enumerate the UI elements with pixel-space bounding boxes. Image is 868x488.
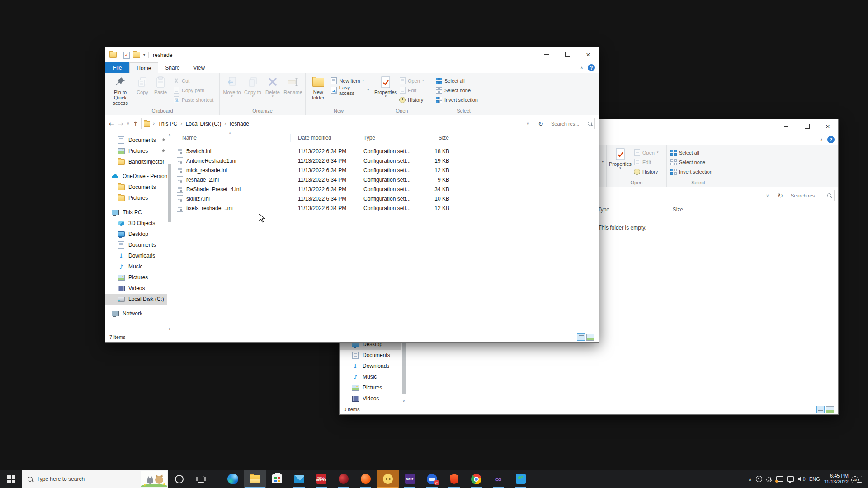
select-all-button[interactable]: Select all — [434, 76, 480, 85]
history-button[interactable]: History — [632, 167, 660, 176]
qat-customize-icon[interactable]: ▾ — [143, 53, 145, 57]
taskbar-app-nzxt[interactable]: NZXT — [399, 470, 421, 488]
recent-pages-icon[interactable]: ∨ — [127, 122, 129, 126]
task-view-button[interactable] — [190, 470, 212, 488]
cortana-button[interactable] — [168, 470, 190, 488]
address-dropdown-icon[interactable]: ∨ — [526, 122, 531, 126]
explorer-window-reshade[interactable]: ✓ ▾ reshade × File Home Share View ∧ ? — [105, 47, 599, 343]
taskbar-app-chrome[interactable] — [465, 470, 487, 488]
capture-tray-icon[interactable] — [756, 476, 762, 482]
sidebar-item-videos[interactable]: Videos — [105, 283, 167, 294]
delete-button[interactable]: Delete ▾ — [263, 75, 282, 98]
maximize-button[interactable] — [557, 47, 578, 61]
rename-button[interactable]: Rename — [282, 75, 304, 95]
sidebar-item-banditsinjector[interactable]: BanditsInjector — [105, 156, 167, 167]
sidebar-item-music[interactable]: ♪ Music — [105, 261, 167, 272]
back-search-box[interactable]: Search res... — [788, 190, 835, 201]
details-view-icon[interactable] — [577, 333, 585, 341]
properties-button[interactable]: Properties ▾ — [609, 146, 632, 170]
display-tray-icon[interactable] — [776, 476, 783, 482]
sidebar-item-onedrive-pictures[interactable]: Pictures — [105, 192, 167, 203]
taskbar-app-brave[interactable] — [443, 470, 465, 488]
new-folder-button[interactable]: New folder — [307, 75, 329, 100]
sidebar-item-documents-pinned[interactable]: Documents — [105, 135, 167, 145]
file-row[interactable]: mick_reshade.ini 11/13/2022 6:34 PM Conf… — [172, 165, 599, 175]
sidebar-item-onedrive-documents[interactable]: Documents — [105, 182, 167, 192]
address-dropdown-icon[interactable]: ∨ — [766, 193, 770, 198]
paste-shortcut-button[interactable]: Paste shortcut — [171, 95, 215, 104]
thumbnails-view-icon[interactable] — [586, 334, 594, 341]
scroll-down-icon[interactable]: ∨ — [401, 399, 406, 403]
pin-to-quick-access-button[interactable]: Pin to Quick access — [107, 75, 133, 106]
help-icon[interactable]: ? — [827, 136, 835, 143]
sidebar-item-downloads[interactable]: ↓ Downloads — [105, 250, 167, 261]
crumb-reshade[interactable]: reshade — [230, 121, 249, 127]
column-header-size[interactable]: Size — [412, 134, 453, 142]
invert-selection-button[interactable]: Invert selection — [434, 95, 480, 104]
sidebar-item-this-pc[interactable]: This PC — [105, 207, 167, 218]
copy-button[interactable]: Copy — [133, 75, 151, 95]
edit-button[interactable]: Edit — [397, 85, 425, 95]
scroll-up-icon[interactable]: ∧ — [167, 133, 172, 136]
easy-access-button[interactable]: Easy access▾ — [329, 85, 371, 95]
collapse-ribbon-icon[interactable]: ∧ — [820, 137, 823, 142]
tab-file[interactable]: File — [105, 62, 129, 73]
copy-to-button[interactable]: Copy to ▾ — [242, 75, 263, 98]
collapse-ribbon-icon[interactable]: ∧ — [580, 66, 583, 70]
scroll-down-icon[interactable]: ∨ — [167, 327, 172, 331]
sidebar-item-music[interactable]: ♪ Music — [340, 371, 401, 382]
network-tray-icon[interactable] — [787, 476, 794, 482]
taskbar-app-mail[interactable] — [288, 470, 310, 488]
new-item-button[interactable]: New item▾ — [329, 76, 371, 85]
details-view-icon[interactable] — [816, 406, 825, 413]
sidebar-item-desktop[interactable]: Desktop — [105, 229, 167, 239]
qat-new-folder-icon[interactable] — [133, 52, 140, 58]
taskbar-app-voicemeeter[interactable]: VOICEMEETER — [310, 470, 332, 488]
column-header-date-modified[interactable]: Date modified — [291, 134, 356, 142]
titlebar[interactable]: ✓ ▾ reshade × — [105, 47, 599, 62]
history-button[interactable]: History — [397, 95, 425, 104]
sidebar-item-documents[interactable]: Documents — [105, 239, 167, 250]
column-header-type[interactable]: Type — [356, 134, 412, 142]
cut-button[interactable]: Cut — [171, 76, 215, 85]
clock[interactable]: 6:45 PM 11/13/2022 — [824, 473, 849, 485]
sidebar-item-documents[interactable]: Documents — [340, 350, 401, 361]
open-button[interactable]: Open▾ — [397, 76, 425, 85]
maximize-button[interactable] — [797, 119, 817, 133]
back-icon[interactable]: ← — [109, 120, 114, 127]
refresh-icon[interactable]: ↻ — [536, 120, 545, 127]
taskbar-app-voicemod[interactable] — [332, 470, 354, 488]
close-button[interactable]: × — [817, 119, 838, 133]
edit-button[interactable]: Edit — [632, 157, 660, 167]
file-row[interactable]: AntoineReshade1.ini 11/13/2022 6:34 PM C… — [172, 156, 599, 165]
taskbar-search[interactable]: Type here to search — [22, 470, 168, 488]
select-none-button[interactable]: Select none — [669, 157, 714, 167]
open-button[interactable]: Open▾ — [632, 148, 660, 157]
sidebar-item-3d-objects[interactable]: 3D Objects — [105, 218, 167, 229]
microphone-tray-icon[interactable] — [768, 477, 771, 481]
crumb-this-pc[interactable]: This PC — [158, 121, 177, 127]
taskbar-app-file-explorer[interactable] — [244, 470, 266, 488]
file-row[interactable]: reshade_2.ini 11/13/2022 6:34 PM Configu… — [172, 175, 599, 184]
tab-view[interactable]: View — [186, 62, 212, 73]
up-icon[interactable]: ↑ — [133, 120, 138, 127]
minimize-button[interactable] — [776, 119, 797, 133]
file-row[interactable]: ReShade_Preset_4.ini 11/13/2022 6:34 PM … — [172, 184, 599, 194]
search-highlight-image[interactable] — [141, 471, 167, 487]
tab-home[interactable]: Home — [129, 62, 158, 73]
taskbar-app-media[interactable] — [509, 470, 532, 488]
sidebar-item-onedrive[interactable]: OneDrive - Personal — [105, 171, 167, 182]
column-header-size[interactable]: Size — [646, 206, 687, 214]
minimize-button[interactable] — [536, 47, 557, 61]
taskbar-app-edge[interactable] — [222, 470, 244, 488]
tab-share[interactable]: Share — [158, 62, 186, 73]
invert-selection-button[interactable]: Invert selection — [669, 167, 714, 176]
copy-path-button[interactable]: Copy path — [171, 85, 215, 95]
taskbar-app-soundcloud[interactable] — [354, 470, 377, 488]
file-row[interactable]: 5switch.ini 11/13/2022 6:34 PM Configura… — [172, 146, 599, 156]
sidebar-item-network[interactable]: Network — [105, 308, 167, 319]
sidebar-item-videos[interactable]: Videos — [340, 393, 401, 404]
address-box[interactable]: › This PC › Local Disk (C:) › reshade ∨ — [141, 118, 533, 129]
sidebar-scrollbar[interactable]: ∧ ∨ — [167, 132, 172, 332]
sidebar-item-pictures-pinned[interactable]: Pictures — [105, 145, 167, 156]
